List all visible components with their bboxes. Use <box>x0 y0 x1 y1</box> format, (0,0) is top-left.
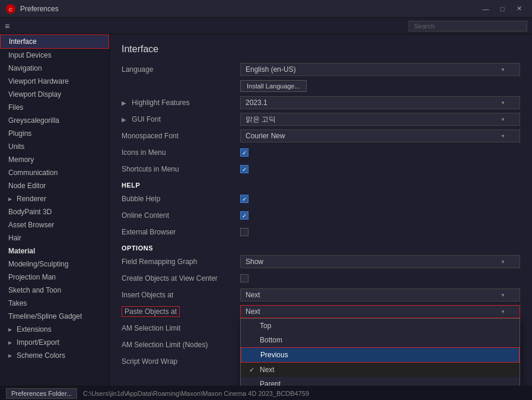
sidebar-item-scheme-colors[interactable]: Scheme Colors <box>0 349 109 362</box>
sidebar-item-label: Projection Man <box>8 273 56 281</box>
sidebar-item-sketch-and-toon[interactable]: Sketch and Toon <box>0 284 109 297</box>
create-objects-label: Create Objects at View Center <box>122 274 240 282</box>
sidebar-item-label: Greyscalegorilla <box>8 116 59 125</box>
dropdown-option-top[interactable]: Top <box>241 319 520 333</box>
dropdown-option-previous[interactable]: Previous <box>241 347 520 363</box>
sidebar-item-material[interactable]: Material <box>0 245 109 258</box>
icons-in-menu-label: Icons in Menu <box>122 148 240 157</box>
dropdown-option-next[interactable]: ✓ Next <box>241 363 520 377</box>
paste-objects-label-wrapper: Paste Objects at <box>122 307 240 316</box>
minimize-button[interactable]: — <box>479 3 493 15</box>
window-title: Preferences <box>20 5 59 13</box>
shortcuts-in-menu-label: Shortcuts in Menu <box>122 165 240 173</box>
install-language-button[interactable]: Install Language... <box>240 80 307 92</box>
dropdown-option-bottom[interactable]: Bottom <box>241 333 520 347</box>
sidebar-item-extensions[interactable]: Extensions <box>0 323 109 336</box>
sidebar-item-label: Viewport Hardware <box>8 77 69 85</box>
content-area: Interface Language English (en-US) Insta… <box>110 34 532 386</box>
preferences-folder-button[interactable]: Preferences Folder... <box>6 388 77 399</box>
sidebar-item-label: Plugins <box>8 129 31 138</box>
create-objects-checkbox[interactable] <box>240 274 249 282</box>
sidebar-item-label: Navigation <box>8 64 42 72</box>
insert-objects-label: Insert Objects at <box>122 291 240 299</box>
field-remapping-label: Field Remapping Graph <box>122 258 240 266</box>
monospaced-font-row: Monospaced Font Courier New <box>122 129 520 142</box>
sidebar-item-label: Input Devices <box>8 51 52 59</box>
options-section-header: OPTIONS <box>122 245 520 252</box>
online-content-label: Online Content <box>122 211 240 220</box>
icons-in-menu-checkbox[interactable] <box>240 148 249 157</box>
insert-objects-dropdown-wrapper: Next <box>240 288 520 301</box>
online-content-checkbox[interactable] <box>240 211 249 220</box>
monospaced-font-value: Courier New <box>246 132 285 140</box>
sidebar-item-bodypaint3d[interactable]: BodyPaint 3D <box>0 205 109 218</box>
sidebar-item-timeline-spline-gadget[interactable]: Timeline/Spline Gadget <box>0 310 109 323</box>
dropdown-option-label: Bottom <box>260 336 282 344</box>
gui-font-dropdown[interactable]: 맑은 고딕 <box>240 113 520 126</box>
paste-objects-row: Paste Objects at Next Top Bottom <box>122 305 520 318</box>
insert-objects-row: Insert Objects at Next <box>122 288 520 301</box>
language-label: Language <box>122 65 240 74</box>
sidebar-item-label: Communication <box>8 169 58 177</box>
external-browser-checkbox[interactable] <box>240 228 249 236</box>
language-value: English (en-US) <box>246 65 296 74</box>
window-controls[interactable]: — □ ✕ <box>479 3 526 15</box>
sidebar-item-label: Renderer <box>17 195 46 203</box>
sidebar-item-memory[interactable]: Memory <box>0 153 109 166</box>
sidebar-item-plugins[interactable]: Plugins <box>0 127 109 140</box>
sidebar-item-projection-man[interactable]: Projection Man <box>0 271 109 284</box>
paste-objects-dropdown[interactable]: Next <box>240 305 520 318</box>
shortcuts-in-menu-row: Shortcuts in Menu <box>122 163 520 176</box>
sidebar-item-greyscalegorilla[interactable]: Greyscalegorilla <box>0 114 109 127</box>
search-input[interactable] <box>409 21 527 31</box>
dropdown-option-parent[interactable]: Parent <box>241 377 520 386</box>
sidebar-item-viewport-hardware[interactable]: Viewport Hardware <box>0 75 109 88</box>
sidebar-item-takes[interactable]: Takes <box>0 297 109 310</box>
external-browser-row: External Browser <box>122 226 520 239</box>
sidebar-item-import-export[interactable]: Import/Export <box>0 336 109 349</box>
sidebar-item-navigation[interactable]: Navigation <box>0 62 109 75</box>
gui-font-label: ▶ GUI Font <box>122 115 240 123</box>
app-icon: C <box>6 4 15 14</box>
sidebar-item-asset-browser[interactable]: Asset Browser <box>0 218 109 231</box>
maximize-button[interactable]: □ <box>495 3 509 15</box>
sidebar-item-label: Modeling/Sculpting <box>8 260 68 268</box>
sidebar: Interface Input Devices Navigation Viewp… <box>0 34 110 386</box>
sidebar-item-communication[interactable]: Communication <box>0 166 109 179</box>
script-word-wrap-label: Script Word Wrap <box>122 357 240 366</box>
icons-in-menu-row: Icons in Menu <box>122 146 520 159</box>
language-dropdown-wrapper: English (en-US) <box>240 63 520 76</box>
svg-text:C: C <box>9 7 12 12</box>
sidebar-item-renderer[interactable]: Renderer <box>0 192 109 205</box>
sidebar-item-viewport-display[interactable]: Viewport Display <box>0 88 109 101</box>
field-remapping-dropdown[interactable]: Show <box>240 255 520 268</box>
monospaced-font-dropdown-wrapper: Courier New <box>240 129 520 142</box>
paste-objects-value: Next <box>246 307 260 316</box>
language-dropdown[interactable]: English (en-US) <box>240 63 520 76</box>
sidebar-item-input-devices[interactable]: Input Devices <box>0 49 109 62</box>
external-browser-label: External Browser <box>122 228 240 236</box>
sidebar-item-label: Node Editor <box>8 182 46 190</box>
sidebar-item-interface[interactable]: Interface <box>0 34 109 49</box>
highlight-features-dropdown-wrapper: 2023.1 <box>240 96 520 109</box>
expand-arrow-icon: ▶ <box>122 100 126 106</box>
highlight-features-dropdown[interactable]: 2023.1 <box>240 96 520 109</box>
close-button[interactable]: ✕ <box>512 3 526 15</box>
field-remapping-value: Show <box>246 258 263 266</box>
sidebar-item-node-editor[interactable]: Node Editor <box>0 179 109 192</box>
menu-icon[interactable]: ≡ <box>5 21 9 31</box>
sidebar-item-label: Scheme Colors <box>17 351 65 360</box>
sidebar-item-modeling-sculpting[interactable]: Modeling/Sculpting <box>0 258 109 271</box>
bubble-help-checkbox[interactable] <box>240 195 249 203</box>
shortcuts-in-menu-checkbox[interactable] <box>240 165 249 173</box>
sidebar-item-files[interactable]: Files <box>0 101 109 114</box>
highlight-features-label: ▶ Highlight Features <box>122 99 240 107</box>
monospaced-font-dropdown[interactable]: Courier New <box>240 129 520 142</box>
insert-objects-dropdown[interactable]: Next <box>240 288 520 301</box>
sidebar-item-hair[interactable]: Hair <box>0 231 109 245</box>
gui-font-row: ▶ GUI Font 맑은 고딕 <box>122 113 520 126</box>
sidebar-item-label: Interface <box>9 37 37 46</box>
sidebar-item-label: Material <box>8 247 35 255</box>
sidebar-item-units[interactable]: Units <box>0 140 109 153</box>
sidebar-item-label: Files <box>8 103 23 112</box>
